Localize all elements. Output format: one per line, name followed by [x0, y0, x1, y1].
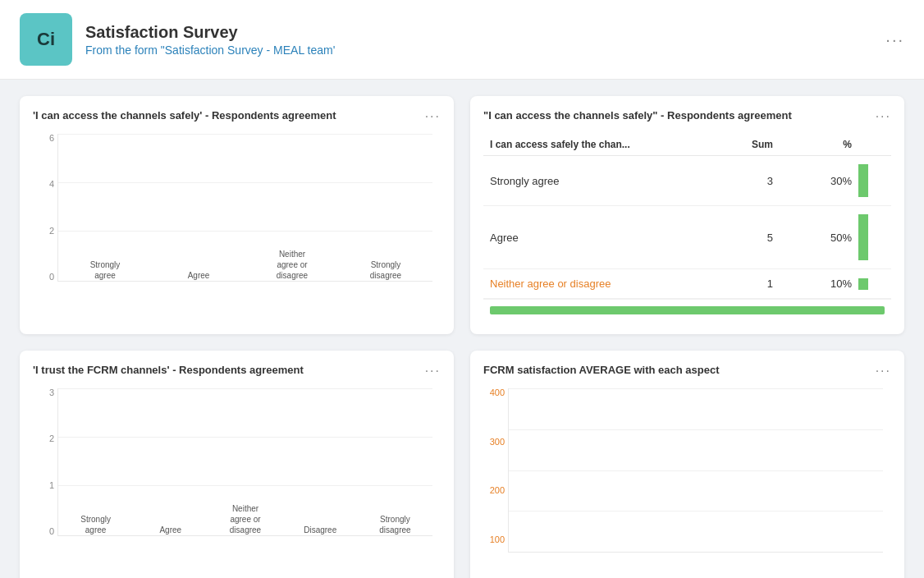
- row3-pct: 10%: [786, 278, 852, 290]
- header-more-button[interactable]: ···: [885, 30, 904, 49]
- bar-group-strongly-disagree-2: Strongly disagree: [366, 509, 424, 535]
- col-header-label: I can access safely the chan...: [490, 139, 720, 150]
- bar-group-strongly-disagree: Strongly disagree: [347, 255, 424, 281]
- bar-label-strongly-disagree-2: Strongly disagree: [370, 514, 419, 535]
- card4-header: FCRM satisfaction AVERAGE with each aspe…: [483, 364, 891, 378]
- bar-label-strongly-agree: Strongly agree: [80, 259, 130, 281]
- y-label-400: 400: [490, 388, 505, 397]
- card-table: "I can access the channels safely" - Res…: [470, 96, 904, 334]
- row1-indicator: [858, 164, 868, 197]
- col-header-pct: %: [786, 139, 852, 150]
- card2-more-button[interactable]: ···: [876, 109, 891, 124]
- bar-group-strongly-agree: Strongly agree: [66, 255, 144, 281]
- card1-header: 'I can access the channels safely' - Res…: [33, 109, 441, 124]
- bar-group-strongly-agree-2: Strongly agree: [66, 509, 125, 535]
- table-progress: [483, 299, 891, 321]
- y-label-3: 3: [49, 388, 54, 397]
- y-label-100: 100: [490, 535, 505, 544]
- table-header: I can access safely the chan... Sum %: [483, 134, 891, 156]
- fcrm-bar-group-2: [647, 547, 745, 552]
- fcrm-bar-group-3: [769, 547, 867, 552]
- progress-bar-full: [490, 306, 885, 314]
- card4-more-button[interactable]: ···: [876, 364, 891, 378]
- chart1-bars: Strongly agree Agree Neither agree or di…: [57, 134, 432, 282]
- logo-text: Ci: [37, 29, 55, 50]
- chart3-area: 400 300 200 100: [483, 388, 891, 578]
- chart3-y-axis: 400 300 200 100: [483, 388, 508, 544]
- table-row: Neither agree or disagree 1 10%: [483, 269, 891, 299]
- chart1-area: 6 4 2 0 Strongly agree Agree: [33, 134, 441, 314]
- y-label-1: 1: [49, 481, 54, 490]
- row1-sum: 3: [720, 175, 786, 187]
- page-title: Satisfaction Survey: [85, 23, 335, 42]
- row3-sum: 1: [720, 278, 786, 290]
- chart2-bars: Strongly agree Agree Neither agree or di…: [57, 388, 432, 536]
- page-subtitle: From the form "Satisfaction Survey - MEA…: [85, 44, 335, 57]
- card1-more-button[interactable]: ···: [425, 109, 441, 124]
- bar-label-agree: Agree: [174, 270, 223, 281]
- card3-title: 'I trust the FCRM channels' - Respondent…: [33, 364, 304, 376]
- card3-more-button[interactable]: ···: [425, 364, 441, 378]
- fcrm-bar-group-1: [525, 547, 623, 552]
- chart1-y-axis: 6 4 2 0: [33, 134, 57, 282]
- row2-label: Agree: [490, 232, 720, 244]
- table-row: Agree 5 50%: [483, 206, 891, 269]
- chart3-bars: [508, 388, 883, 553]
- bar-group-agree: Agree: [160, 265, 237, 281]
- y-label-2: 2: [49, 227, 54, 236]
- card1-title: 'I can access the channels safely' - Res…: [33, 109, 336, 122]
- card-fcrm-avg: FCRM satisfaction AVERAGE with each aspe…: [470, 351, 904, 578]
- table-container: I can access safely the chan... Sum % St…: [483, 134, 891, 321]
- table-row: Strongly agree 3 30%: [483, 156, 891, 206]
- bar-group-neither: Neither agree or disagree: [254, 244, 331, 281]
- chart2-y-axis: 3 2 1 0: [33, 388, 57, 536]
- header-text: Satisfaction Survey From the form "Satis…: [85, 23, 335, 57]
- row3-indicator: [858, 278, 868, 290]
- y-label-0: 0: [49, 273, 54, 282]
- chart3-gridlines: [509, 388, 883, 552]
- y-label-2: 2: [49, 434, 54, 443]
- row1-label: Strongly agree: [490, 175, 720, 187]
- card4-title: FCRM satisfaction AVERAGE with each aspe…: [483, 364, 720, 376]
- bar-label-neither-2: Neither agree or disagree: [221, 503, 270, 535]
- y-label-0: 0: [49, 527, 54, 536]
- y-label-300: 300: [490, 438, 505, 447]
- row3-label: Neither agree or disagree: [490, 278, 720, 290]
- dashboard: 'I can access the channels safely' - Res…: [0, 80, 924, 578]
- bar-label-disagree-2: Disagree: [295, 525, 345, 535]
- y-label-200: 200: [490, 486, 505, 495]
- bar-label-neither: Neither agree or disagree: [268, 249, 317, 281]
- header-left: Ci Satisfaction Survey From the form "Sa…: [20, 13, 335, 66]
- bar-label-agree-2: Agree: [146, 525, 195, 535]
- bar-group-neither-2: Neither agree or disagree: [216, 498, 274, 535]
- card2-header: "I can access the channels safely" - Res…: [483, 109, 891, 124]
- card-channels-bar: 'I can access the channels safely' - Res…: [20, 96, 454, 334]
- card2-title: "I can access the channels safely" - Res…: [483, 109, 792, 122]
- card-trust-bar: 'I trust the FCRM channels' - Respondent…: [20, 351, 454, 578]
- col-header-sum: Sum: [720, 139, 786, 150]
- bar-label-strongly-agree-2: Strongly agree: [71, 514, 121, 535]
- row2-pct: 50%: [786, 232, 852, 244]
- y-label-6: 6: [49, 134, 54, 143]
- row2-sum: 5: [720, 232, 786, 244]
- app-logo: Ci: [20, 13, 72, 66]
- bar-label-strongly-disagree: Strongly disagree: [361, 259, 410, 281]
- chart2-area: 3 2 1 0 Strongly agree Agree: [33, 388, 441, 569]
- bar-group-disagree-2: Disagree: [291, 520, 350, 535]
- card3-header: 'I trust the FCRM channels' - Respondent…: [33, 364, 441, 378]
- app-header: Ci Satisfaction Survey From the form "Sa…: [0, 0, 924, 80]
- bar-group-agree-2: Agree: [141, 520, 199, 535]
- row2-indicator: [858, 214, 868, 260]
- row1-pct: 30%: [786, 175, 852, 187]
- y-label-4: 4: [49, 180, 54, 189]
